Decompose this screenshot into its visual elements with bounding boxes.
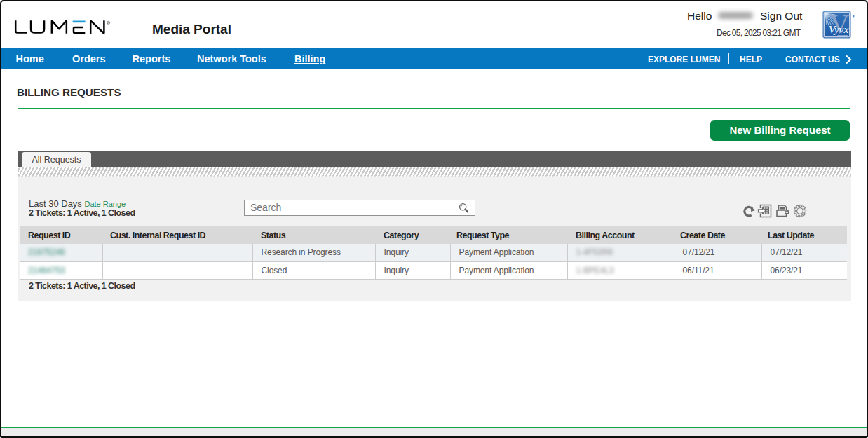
svg-text:SOLUTIONS: SOLUTIONS xyxy=(837,34,848,36)
svg-text:R: R xyxy=(107,20,109,24)
svg-text:Vyvx: Vyvx xyxy=(829,23,849,35)
